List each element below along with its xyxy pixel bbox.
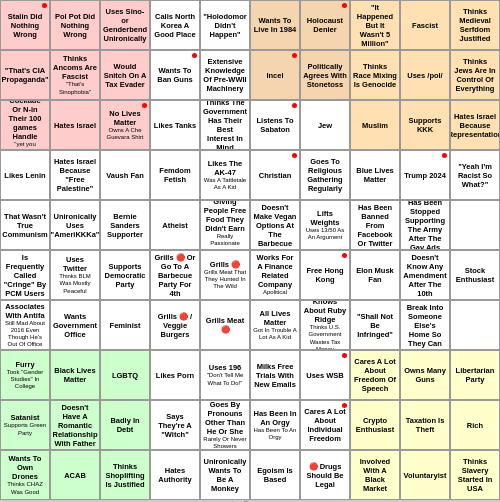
cell-main-text: Has Been In An Orgy — [253, 409, 297, 427]
cell-r2c5: Listens To Sabaton — [250, 100, 300, 150]
cell-sub-text: Grills Meat That They Hunted In The Wild — [203, 269, 247, 291]
cell-r8c0: SatanistSupports Green Party — [0, 400, 50, 450]
cell-main-text: Rich — [467, 421, 483, 430]
cell-main-text: Crypto Enthusiast — [353, 416, 397, 434]
cell-main-text: Politically Agrees With Stonetoss — [303, 62, 347, 89]
cell-sub-text: "That's Sinophobia" — [53, 81, 97, 95]
cell-main-text: Doesn't Make Vegan Options At The Barbec… — [253, 203, 297, 248]
cell-r6c2: Feminist — [100, 300, 150, 350]
cell-r1c2: Would Snitch On A Tax Evader — [100, 50, 150, 100]
cell-sub-text: Took "Gender Studies" In College — [3, 369, 47, 391]
cell-main-text: Thinks Ancoms Are Fascist — [53, 54, 97, 81]
cell-r9c2: Thinks Shoplifting Is Justified — [100, 450, 150, 500]
cell-main-text: Femdom Fetish — [153, 166, 197, 184]
cell-main-text: Owns Many Guns — [403, 366, 447, 384]
cell-main-text: Grills 🔴 Or Go To A Barbecue Party For 4… — [153, 253, 197, 298]
cell-main-text: Supports KKK — [403, 116, 447, 134]
cell-main-text: Black Lives Matter — [53, 366, 97, 384]
cell-main-text: Knows About Ruby Ridge — [303, 300, 347, 324]
cell-r0c9: Thinks Medieval Serfdom Justified — [450, 0, 500, 50]
cell-main-text: Thinks Shoplifting Is Justified — [103, 462, 147, 489]
cell-r5c4: Grills 🔴Grills Meat That They Hunted In … — [200, 250, 250, 300]
cell-main-text: Listens To Sabaton — [253, 116, 297, 134]
cell-r3c9: "Yeah I'm Racist So What?" — [450, 150, 500, 200]
cell-main-text: Uses 196 — [209, 363, 242, 372]
cell-main-text: "Yeah I'm Racist So What?" — [453, 162, 497, 189]
cell-r5c8: Doesn't Know Any Amendment After The 10t… — [400, 250, 450, 300]
cell-r9c6: 🔴 Drugs Should Be Legal — [300, 450, 350, 500]
cell-sub-text: Thinks BLM Was Mostly Peaceful — [53, 273, 97, 295]
cell-main-text: Unironically Uses "AmeriKKKa" — [51, 212, 100, 239]
cell-main-text: Grills 🔴 / Veggie Burgers — [153, 312, 197, 339]
cell-main-text: Egoism Is Based — [253, 466, 297, 484]
cell-r5c6: Free Hong Kong — [300, 250, 350, 300]
cell-r3c4: Likes The AK-47Was A Tattletale As A Kid — [200, 150, 250, 200]
cell-main-text: Has "Cockade" Or N-in Their 100 games Ha… — [3, 100, 47, 141]
cell-r3c5: Christian — [250, 150, 300, 200]
cell-main-text: Uses Sino- or Genderbend Unironically — [103, 7, 147, 43]
cell-main-text: Cares A Lot About Freedom Of Speech — [353, 357, 397, 393]
cell-r3c2: Vaush Fan — [100, 150, 150, 200]
cell-r2c2: No Lives MatterOwns A Che Guevara Shirt — [100, 100, 150, 150]
cell-main-text: Stock Enthusiast — [453, 266, 497, 284]
cell-r0c8: Fascist — [400, 0, 450, 50]
cell-r4c2: Bernie Sanders Supporter — [100, 200, 150, 250]
cell-sub-text: Rarely Or Never Showers — [203, 436, 247, 450]
cell-main-text: Thinks Jews Are In Control Of Everything — [453, 57, 497, 93]
cell-main-text: No Lives Matter — [103, 109, 147, 127]
cell-main-text: Hates Israel — [54, 121, 96, 130]
cell-r6c0: Associates With AntifaStill Mad About 20… — [0, 300, 50, 350]
cell-main-text: Calls North Korea A Good Place — [153, 12, 197, 39]
cell-r0c7: "It Happened But It Wasn't 5 Million" — [350, 0, 400, 50]
cell-main-text: Muslim — [362, 121, 388, 130]
cell-r8c6: Cares A Lot About Individual Freedom — [300, 400, 350, 450]
cell-r1c7: Thinks Race Mixing Is Genocide — [350, 50, 400, 100]
cell-main-text: ACAB — [64, 471, 86, 480]
cell-r4c1: Unironically Uses "AmeriKKKa" — [50, 200, 100, 250]
cell-r2c7: Muslim — [350, 100, 400, 150]
cell-r8c3: Says They're A "Witch" — [150, 400, 200, 450]
cell-r4c8: Has Been Stopped Supporting The Army Aft… — [400, 200, 450, 250]
cell-main-text: Wants To Ban Guns — [153, 66, 197, 84]
cell-main-text: Hates Israel Because "Representation" — [450, 112, 500, 139]
cell-r7c3: Likes Porn — [150, 350, 200, 400]
red-dot-indicator — [142, 103, 147, 108]
cell-r5c7: Elon Musk Fan — [350, 250, 400, 300]
cell-main-text: Grills Meat 🔴 — [203, 316, 247, 334]
cell-r1c3: Wants To Ban Guns — [150, 50, 200, 100]
cell-r4c3: Atheist — [150, 200, 200, 250]
cell-main-text: Goes To Religious Gathering Regularly — [303, 157, 347, 193]
cell-main-text: Doesn't Have A Romantic Relationship Wit… — [53, 403, 98, 448]
red-dot-indicator — [342, 353, 347, 358]
cell-main-text: Satanist — [10, 413, 39, 422]
cell-sub-text: Apolitical — [263, 289, 287, 296]
cell-r5c2: Supports Democratic Party — [100, 250, 150, 300]
cell-sub-text: Still Mad About 2016 Even Though He's Ou… — [3, 320, 47, 349]
cell-main-text: Goes By Pronouns Other Than He Or She — [203, 400, 247, 436]
cell-r0c6: Holocaust Denier — [300, 0, 350, 50]
cell-r7c7: Cares A Lot About Freedom Of Speech — [350, 350, 400, 400]
cell-r9c1: ACAB — [50, 450, 100, 500]
cell-main-text: Has Been Banned From Facebook Or Twitter — [353, 203, 397, 248]
cell-main-text: Likes The AK-47 — [203, 159, 247, 177]
cell-r6c4: Grills Meat 🔴 — [200, 300, 250, 350]
cell-r2c1: Hates Israel — [50, 100, 100, 150]
cell-main-text: Likes Tanks — [154, 121, 196, 130]
cell-r5c1: Uses TwitterThinks BLM Was Mostly Peacef… — [50, 250, 100, 300]
cell-r4c5: Doesn't Make Vegan Options At The Barbec… — [250, 200, 300, 250]
cell-r5c3: Grills 🔴 Or Go To A Barbecue Party For 4… — [150, 250, 200, 300]
cell-main-text: Supports Democratic Party — [103, 262, 147, 289]
cell-main-text: Atheist — [162, 221, 187, 230]
red-dot-indicator — [342, 3, 347, 8]
cell-r1c0: "That's CIA Propaganda" — [0, 50, 50, 100]
cell-main-text: Involved With A Black Market — [353, 457, 397, 493]
cell-r3c0: Likes Lenin — [0, 150, 50, 200]
cell-main-text: Grills 🔴 — [210, 260, 240, 269]
cell-sub-text: Got In Trouble A Lot As A Kid — [253, 327, 297, 341]
cell-r5c0: Is Frequently Called "Cringe" By PCM Use… — [0, 250, 50, 300]
cell-main-text: Uses Twitter — [53, 255, 97, 273]
cell-r4c9 — [450, 200, 500, 250]
cell-main-text: Christian — [259, 171, 292, 180]
cell-r1c5: Incel — [250, 50, 300, 100]
cell-r7c5: Milks Free Trials With New Emails — [250, 350, 300, 400]
